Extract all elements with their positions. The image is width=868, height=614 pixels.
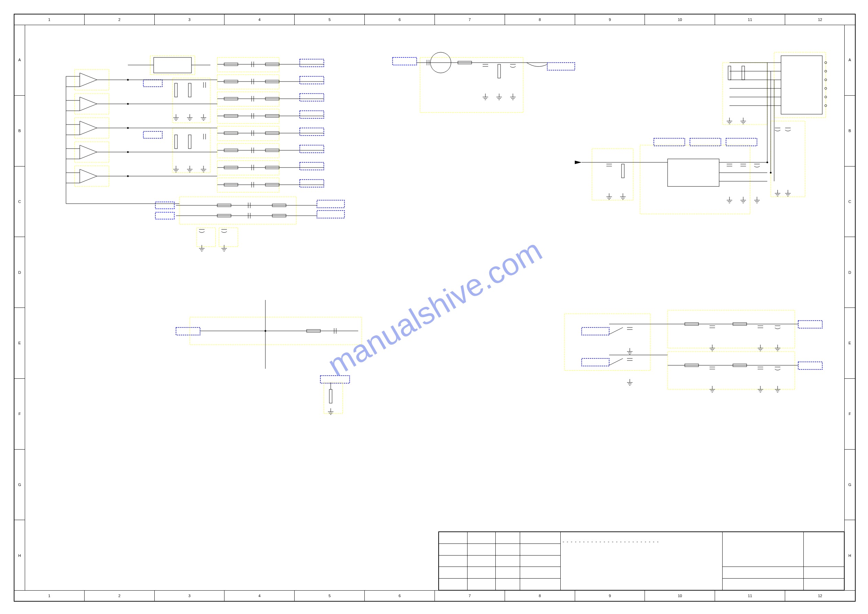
- col-label: 12: [785, 591, 855, 601]
- title-block: - - - - - - - - - - - - - - - - - - - - …: [438, 532, 845, 591]
- cluster-cl-netout-8: [300, 180, 324, 187]
- rc-row-0: [217, 62, 324, 67]
- rc-row-3: [217, 113, 324, 119]
- cluster-cl-netout-6: [300, 145, 324, 153]
- cluster-cl-gnd-a: [197, 228, 215, 247]
- col-label: 9: [575, 14, 645, 25]
- cluster-cl-netout-3: [300, 93, 324, 101]
- cluster-cl-reg-net-c: [726, 138, 757, 146]
- cluster-cl-rc-4: [217, 109, 279, 123]
- cluster-cl-rc-1: [217, 58, 279, 72]
- ruler-top: 1 2 3 4 5 6 7 8 9 10 11 12: [14, 14, 855, 25]
- col-label: 5: [294, 591, 364, 601]
- row-label: A: [845, 25, 855, 95]
- cluster-cl-netout-4: [300, 111, 324, 118]
- lo-stage: [176, 203, 317, 251]
- cluster-cl-rc-2: [217, 75, 279, 89]
- cluster-cl-netmid-in: [392, 58, 417, 65]
- col-label: 4: [224, 591, 294, 601]
- cluster-cl-out-net-a: [798, 320, 822, 328]
- row-label: C: [845, 166, 855, 237]
- row-label: B: [14, 95, 25, 166]
- rc-row-4: [217, 131, 324, 136]
- cluster-cl-rc-3: [217, 92, 279, 106]
- col-label: 11: [715, 14, 785, 25]
- amp-bank: [66, 73, 217, 204]
- cluster-cl-net-sw-a: [582, 328, 609, 335]
- cluster-cl-drop-net: [320, 376, 350, 383]
- col-label: 3: [154, 14, 225, 25]
- row-label: F: [845, 378, 855, 449]
- cluster-cl-lo-net-out-a: [317, 200, 344, 208]
- row-label: H: [14, 520, 25, 591]
- row-label: A: [14, 25, 25, 95]
- drawing-sheet: 1 2 3 4 5 6 7 8 9 10 11 12 1 2 3 4 5 6 7…: [14, 14, 856, 602]
- cluster-cl-mid-stage: [420, 58, 523, 112]
- cluster-cl-gnd-b: [219, 228, 238, 247]
- cluster-cl-out-net-b: [798, 362, 822, 370]
- row-label: G: [14, 449, 25, 520]
- ruler-left: A B C D E F G H: [14, 25, 25, 591]
- filter-stack-a: [173, 82, 206, 120]
- cluster-cl-ic-top: [150, 56, 195, 75]
- drop-resistor: [328, 382, 333, 415]
- cluster-cl-single-net: [176, 328, 200, 335]
- col-label: 10: [645, 591, 715, 601]
- cluster-cl-net-1: [143, 80, 162, 87]
- rc-row-1: [217, 79, 324, 84]
- cluster-cl-net-sw-b: [582, 358, 609, 366]
- cluster-cl-fil-a: [172, 78, 210, 123]
- col-label: 1: [14, 14, 84, 25]
- row-label: F: [14, 378, 25, 449]
- col-label: 5: [294, 14, 364, 25]
- col-label: 10: [645, 14, 715, 25]
- mid-stage: [417, 52, 547, 100]
- connector-block: [727, 56, 827, 196]
- output-channel-b: [668, 364, 798, 392]
- col-label: 2: [84, 14, 154, 25]
- rc-row-5: [217, 148, 324, 153]
- cluster-cl-out-a: [668, 310, 795, 348]
- row-label: G: [845, 449, 855, 520]
- row-label: D: [845, 237, 855, 308]
- col-label: 8: [505, 14, 575, 25]
- cluster-cl-reg: [640, 145, 750, 214]
- cluster-cl-rc-6: [217, 143, 279, 158]
- row-label: C: [14, 166, 25, 237]
- cluster-cl-fil-b: [172, 128, 210, 173]
- rc-row-7: [217, 182, 324, 188]
- cluster-cl-mid-out: [547, 62, 575, 70]
- ic-top: [153, 58, 191, 73]
- title-block-table: - - - - - - - - - - - - - - - - - - - - …: [439, 532, 844, 590]
- col-label: 3: [154, 591, 225, 601]
- cluster-cl-reg-net-b: [690, 138, 721, 146]
- cluster-cl-rc-8: [217, 178, 279, 192]
- filter-stack-b: [173, 134, 206, 172]
- cluster-cl-lo-net-out-b: [317, 210, 344, 218]
- col-label: 4: [224, 14, 294, 25]
- cluster-cl-out-b: [668, 351, 795, 389]
- row-label: E: [14, 308, 25, 378]
- switch-block: [609, 324, 668, 385]
- col-label: 6: [364, 591, 434, 601]
- row-label: D: [14, 237, 25, 308]
- col-label: 8: [505, 591, 575, 601]
- cluster-cl-lo-stage: [180, 197, 296, 224]
- col-label: 12: [785, 14, 855, 25]
- cluster-cl-netout-1: [300, 59, 324, 67]
- cluster-cl-net-lo-b: [155, 212, 174, 219]
- regulator-block: [575, 159, 767, 203]
- highlight-clusters: [74, 52, 826, 413]
- cluster-cl-rc-7: [217, 161, 279, 175]
- cluster-cl-reg-net-a: [654, 138, 685, 146]
- col-label: 6: [364, 14, 434, 25]
- cluster-cl-net-2: [143, 131, 162, 138]
- cluster-cl-reg-l: [592, 149, 633, 200]
- cluster-cl-netout-7: [300, 162, 324, 170]
- col-label: 7: [434, 591, 505, 601]
- cluster-cl-conn: [774, 52, 826, 118]
- cluster-cl-conn-ic: [722, 62, 767, 124]
- output-channel-a: [668, 323, 798, 351]
- rc-rows: [217, 62, 324, 188]
- ruler-bottom: 1 2 3 4 5 6 7 8 9 10 11 12: [14, 590, 855, 601]
